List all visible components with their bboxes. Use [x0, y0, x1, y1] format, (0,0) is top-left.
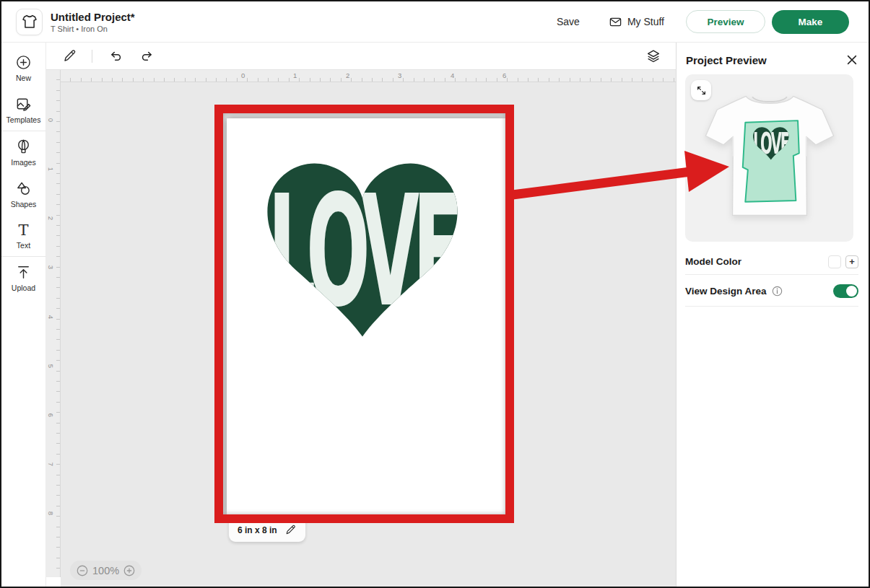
ruler-label: 6 — [47, 413, 55, 417]
sidebar-item-shapes[interactable]: Shapes — [1, 173, 45, 215]
tshirt-preview-card[interactable] — [685, 74, 853, 242]
project-title: Untitled Project* — [51, 11, 135, 23]
ruler-label: 1 — [293, 71, 297, 79]
undo-icon[interactable] — [108, 48, 123, 63]
model-color-label: Model Color — [685, 256, 741, 267]
ruler-label: 5 — [47, 364, 55, 368]
view-design-area-label: View Design Area — [685, 286, 767, 297]
ruler-label: 1 — [47, 167, 55, 171]
ruler-label: 3 — [398, 71, 401, 79]
expand-icon — [696, 85, 707, 96]
design-area-overlay — [742, 120, 799, 202]
add-model-color-button[interactable]: + — [845, 255, 858, 268]
sidebar-item-text[interactable]: T Text — [1, 215, 45, 256]
toggle-knob — [846, 286, 857, 297]
balloon-icon — [15, 139, 32, 155]
project-type-button[interactable] — [16, 9, 43, 35]
ruler-label: 6 — [503, 71, 506, 79]
project-subtitle: T Shirt • Iron On — [51, 25, 135, 33]
top-bar: Untitled Project* T Shirt • Iron On Save… — [1, 1, 869, 43]
info-icon[interactable] — [772, 286, 783, 297]
canvas-size-label: 6 in x 8 in — [238, 525, 277, 535]
project-preview-panel: Project Preview Model Color + View Desig… — [676, 43, 869, 587]
templates-icon — [15, 96, 32, 113]
ruler-label: 4 — [47, 315, 55, 319]
sidebar-item-templates[interactable]: Templates — [1, 89, 45, 131]
ruler-label: 4 — [451, 71, 454, 79]
circle-plus-icon — [15, 54, 32, 71]
ruler-label: 0 — [241, 71, 245, 79]
zoom-out-icon[interactable] — [76, 564, 89, 577]
artboard[interactable] — [227, 118, 505, 514]
sidebar-label-text: Text — [17, 241, 30, 250]
tshirt-icon — [21, 13, 38, 30]
upload-icon — [15, 264, 32, 281]
ruler-label: 2 — [47, 216, 55, 220]
view-design-area-toggle[interactable] — [833, 284, 858, 298]
shapes-icon — [15, 180, 32, 197]
text-icon: T — [18, 222, 28, 238]
ruler-label: 3 — [47, 266, 55, 269]
sidebar-item-new[interactable]: New — [1, 43, 45, 89]
sidebar-label-images: Images — [11, 158, 35, 167]
make-button[interactable]: Make — [772, 10, 849, 34]
my-stuff-label: My Stuff — [627, 16, 664, 27]
design-canvas[interactable]: 6 in x 8 in 100% — [61, 82, 679, 587]
edit-size-pencil-icon — [284, 524, 297, 536]
envelope-icon — [609, 15, 622, 29]
canvas-toolbar — [46, 43, 679, 70]
redo-icon[interactable] — [139, 48, 155, 63]
sidebar-label-shapes: Shapes — [11, 200, 37, 209]
vertical-ruler: 0 1 2 3 4 5 6 7 8 — [46, 70, 61, 577]
sidebar-label-templates: Templates — [6, 115, 41, 124]
love-heart-design[interactable] — [251, 149, 474, 342]
close-icon[interactable] — [845, 53, 858, 66]
sidebar-item-upload[interactable]: Upload — [1, 257, 45, 299]
toolbar-divider — [92, 50, 92, 63]
horizontal-ruler: 0 1 2 3 4 6 — [61, 70, 679, 82]
model-color-swatch-white[interactable] — [828, 255, 841, 268]
left-sidebar: New Templates Images Shapes T Text — [1, 43, 46, 587]
save-button[interactable]: Save — [557, 16, 580, 27]
layers-icon[interactable] — [645, 48, 661, 64]
edit-pencil-icon[interactable] — [62, 48, 77, 63]
canvas-size-tab[interactable]: 6 in x 8 in — [229, 518, 305, 542]
ruler-label: 0 — [47, 118, 55, 122]
ruler-label: 7 — [47, 462, 55, 466]
tshirt-render — [696, 83, 843, 233]
zoom-in-icon[interactable] — [123, 564, 136, 577]
sidebar-label-upload: Upload — [12, 284, 35, 292]
panel-title: Project Preview — [686, 54, 767, 66]
sidebar-item-images[interactable]: Images — [1, 131, 45, 173]
expand-preview-button[interactable] — [691, 80, 711, 100]
preview-button[interactable]: Preview — [686, 10, 765, 33]
zoom-level: 100% — [92, 565, 119, 576]
ruler-label: 2 — [346, 71, 349, 79]
zoom-control: 100% — [70, 561, 142, 580]
sidebar-label-new: New — [16, 74, 31, 82]
my-stuff-button[interactable]: My Stuff — [609, 15, 664, 29]
ruler-label: 8 — [47, 512, 55, 515]
